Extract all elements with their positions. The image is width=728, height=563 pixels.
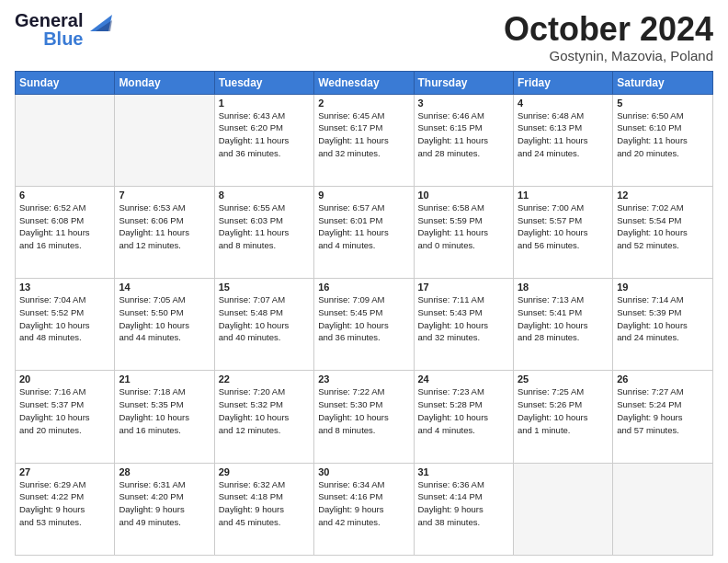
day-info: Sunrise: 7:13 AMSunset: 5:41 PMDaylight:… (518, 293, 609, 344)
table-row: 6Sunrise: 6:52 AMSunset: 6:08 PMDaylight… (16, 186, 115, 278)
col-tuesday: Tuesday (214, 71, 313, 94)
day-info: Sunrise: 6:45 AMSunset: 6:17 PMDaylight:… (318, 109, 409, 160)
day-number: 21 (119, 373, 210, 385)
day-info: Sunrise: 6:32 AMSunset: 4:18 PMDaylight:… (219, 478, 310, 529)
col-sunday: Sunday (16, 71, 115, 94)
table-row: 2Sunrise: 6:45 AMSunset: 6:17 PMDaylight… (314, 94, 414, 186)
day-info: Sunrise: 6:48 AMSunset: 6:13 PMDaylight:… (518, 109, 609, 160)
table-row: 20Sunrise: 7:16 AMSunset: 5:37 PMDayligh… (16, 371, 115, 463)
day-number: 14 (119, 282, 210, 293)
day-number: 16 (318, 282, 409, 293)
day-info: Sunrise: 6:34 AMSunset: 4:16 PMDaylight:… (318, 478, 409, 529)
day-number: 12 (617, 190, 709, 201)
day-number: 9 (318, 190, 409, 201)
day-number: 15 (219, 282, 310, 293)
day-info: Sunrise: 6:52 AMSunset: 6:08 PMDaylight:… (19, 201, 110, 252)
table-row: 10Sunrise: 6:58 AMSunset: 5:59 PMDayligh… (414, 186, 513, 278)
table-row: 7Sunrise: 6:53 AMSunset: 6:06 PMDaylight… (115, 186, 214, 278)
table-row: 15Sunrise: 7:07 AMSunset: 5:48 PMDayligh… (214, 279, 313, 371)
calendar-week-row: 1Sunrise: 6:43 AMSunset: 6:20 PMDaylight… (16, 94, 713, 186)
day-info: Sunrise: 6:46 AMSunset: 6:15 PMDaylight:… (418, 109, 509, 160)
day-info: Sunrise: 7:02 AMSunset: 5:54 PMDaylight:… (617, 201, 709, 252)
table-row: 11Sunrise: 7:00 AMSunset: 5:57 PMDayligh… (513, 186, 612, 278)
table-row: 21Sunrise: 7:18 AMSunset: 5:35 PMDayligh… (115, 371, 214, 463)
day-number: 1 (219, 98, 310, 109)
table-row: 31Sunrise: 6:36 AMSunset: 4:14 PMDayligh… (414, 463, 513, 555)
day-number: 18 (518, 282, 609, 293)
table-row: 24Sunrise: 7:23 AMSunset: 5:28 PMDayligh… (414, 371, 513, 463)
day-info: Sunrise: 7:27 AMSunset: 5:24 PMDaylight:… (617, 385, 709, 436)
day-number: 5 (617, 98, 709, 109)
day-info: Sunrise: 7:09 AMSunset: 5:45 PMDaylight:… (318, 293, 409, 344)
table-row: 4Sunrise: 6:48 AMSunset: 6:13 PMDaylight… (513, 94, 612, 186)
table-row: 3Sunrise: 6:46 AMSunset: 6:15 PMDaylight… (414, 94, 513, 186)
day-info: Sunrise: 6:55 AMSunset: 6:03 PMDaylight:… (219, 201, 310, 252)
day-number: 28 (119, 466, 210, 477)
table-row: 19Sunrise: 7:14 AMSunset: 5:39 PMDayligh… (613, 279, 713, 371)
day-info: Sunrise: 7:16 AMSunset: 5:37 PMDaylight:… (19, 385, 110, 436)
day-number: 26 (617, 373, 709, 385)
day-info: Sunrise: 7:04 AMSunset: 5:52 PMDaylight:… (19, 293, 110, 344)
logo-wing-icon (86, 11, 112, 40)
calendar-week-row: 27Sunrise: 6:29 AMSunset: 4:22 PMDayligh… (16, 463, 713, 555)
col-monday: Monday (115, 71, 214, 94)
day-number: 19 (617, 282, 709, 293)
logo-general: General (15, 11, 83, 29)
table-row: 18Sunrise: 7:13 AMSunset: 5:41 PMDayligh… (513, 279, 612, 371)
day-number: 6 (19, 190, 110, 201)
day-number: 27 (19, 466, 110, 477)
day-number: 8 (219, 190, 310, 201)
logo-blue: Blue (43, 29, 83, 48)
table-row: 26Sunrise: 7:27 AMSunset: 5:24 PMDayligh… (613, 371, 713, 463)
table-row: 28Sunrise: 6:31 AMSunset: 4:20 PMDayligh… (115, 463, 214, 555)
day-info: Sunrise: 7:23 AMSunset: 5:28 PMDaylight:… (418, 385, 509, 436)
day-info: Sunrise: 7:14 AMSunset: 5:39 PMDaylight:… (617, 293, 709, 344)
day-info: Sunrise: 7:00 AMSunset: 5:57 PMDaylight:… (518, 201, 609, 252)
header: General Blue October 2024 Gostynin, Mazo… (15, 11, 713, 63)
day-number: 24 (418, 373, 509, 385)
calendar-week-row: 20Sunrise: 7:16 AMSunset: 5:37 PMDayligh… (16, 371, 713, 463)
table-row: 1Sunrise: 6:43 AMSunset: 6:20 PMDaylight… (214, 94, 313, 186)
day-info: Sunrise: 7:25 AMSunset: 5:26 PMDaylight:… (518, 385, 609, 436)
day-number: 20 (19, 373, 110, 385)
table-row: 16Sunrise: 7:09 AMSunset: 5:45 PMDayligh… (314, 279, 414, 371)
table-row: 22Sunrise: 7:20 AMSunset: 5:32 PMDayligh… (214, 371, 313, 463)
logo: General Blue (15, 11, 112, 48)
table-row: 14Sunrise: 7:05 AMSunset: 5:50 PMDayligh… (115, 279, 214, 371)
day-info: Sunrise: 6:58 AMSunset: 5:59 PMDaylight:… (418, 201, 509, 252)
day-number: 4 (518, 98, 609, 109)
day-info: Sunrise: 7:11 AMSunset: 5:43 PMDaylight:… (418, 293, 509, 344)
day-info: Sunrise: 6:43 AMSunset: 6:20 PMDaylight:… (219, 109, 310, 160)
table-row: 25Sunrise: 7:25 AMSunset: 5:26 PMDayligh… (513, 371, 612, 463)
day-info: Sunrise: 6:53 AMSunset: 6:06 PMDaylight:… (119, 201, 210, 252)
table-row: 29Sunrise: 6:32 AMSunset: 4:18 PMDayligh… (214, 463, 313, 555)
day-number: 23 (318, 373, 409, 385)
col-saturday: Saturday (613, 71, 713, 94)
day-info: Sunrise: 6:36 AMSunset: 4:14 PMDaylight:… (418, 478, 509, 529)
calendar-week-row: 6Sunrise: 6:52 AMSunset: 6:08 PMDaylight… (16, 186, 713, 278)
day-number: 10 (418, 190, 509, 201)
col-friday: Friday (513, 71, 612, 94)
location-subtitle: Gostynin, Mazovia, Poland (504, 48, 713, 63)
month-title: October 2024 (504, 11, 713, 48)
col-wednesday: Wednesday (314, 71, 414, 94)
table-row: 5Sunrise: 6:50 AMSunset: 6:10 PMDaylight… (613, 94, 713, 186)
table-row: 30Sunrise: 6:34 AMSunset: 4:16 PMDayligh… (314, 463, 414, 555)
table-row: 9Sunrise: 6:57 AMSunset: 6:01 PMDaylight… (314, 186, 414, 278)
day-number: 7 (119, 190, 210, 201)
calendar: Sunday Monday Tuesday Wednesday Thursday… (15, 71, 713, 556)
day-info: Sunrise: 7:07 AMSunset: 5:48 PMDaylight:… (219, 293, 310, 344)
day-number: 29 (219, 466, 310, 477)
table-row (613, 463, 713, 555)
day-info: Sunrise: 7:05 AMSunset: 5:50 PMDaylight:… (119, 293, 210, 344)
title-block: October 2024 Gostynin, Mazovia, Poland (504, 11, 713, 63)
day-number: 31 (418, 466, 509, 477)
col-thursday: Thursday (414, 71, 513, 94)
day-info: Sunrise: 7:22 AMSunset: 5:30 PMDaylight:… (318, 385, 409, 436)
day-info: Sunrise: 7:20 AMSunset: 5:32 PMDaylight:… (219, 385, 310, 436)
table-row (513, 463, 612, 555)
day-number: 22 (219, 373, 310, 385)
day-number: 25 (518, 373, 609, 385)
day-number: 30 (318, 466, 409, 477)
calendar-week-row: 13Sunrise: 7:04 AMSunset: 5:52 PMDayligh… (16, 279, 713, 371)
